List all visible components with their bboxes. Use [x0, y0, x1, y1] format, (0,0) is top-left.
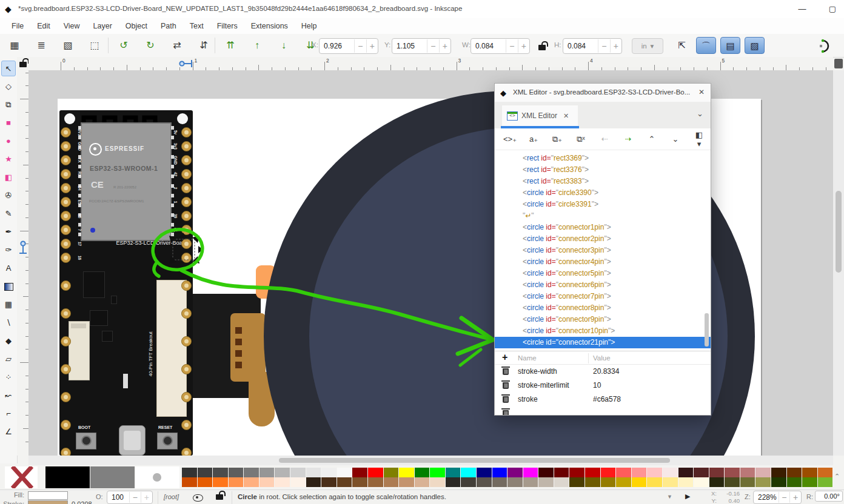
zoom-decrement[interactable]: −: [779, 492, 790, 503]
vertical-scrollbar-thumb[interactable]: [836, 191, 842, 273]
menu-item-layer[interactable]: Layer: [87, 19, 119, 33]
move-node-up-icon[interactable]: ⌃: [645, 134, 658, 144]
star-tool[interactable]: ★: [1, 151, 16, 167]
delete-attribute-icon[interactable]: [503, 410, 509, 416]
snap-toggle[interactable]: [817, 39, 832, 53]
palette-swatch[interactable]: [337, 477, 353, 487]
palette-swatch[interactable]: [337, 468, 353, 477]
palette-swatch[interactable]: [771, 468, 787, 477]
opacity-value[interactable]: 100: [107, 493, 129, 502]
indent-node-icon[interactable]: ⇢: [621, 134, 635, 144]
palette-swatch[interactable]: [709, 477, 725, 487]
palette-swatch[interactable]: [507, 468, 523, 477]
dropper-tool[interactable]: ∖: [1, 315, 16, 331]
add-attribute-button[interactable]: +: [502, 352, 507, 363]
palette-swatch[interactable]: [709, 468, 725, 477]
chevron-down-icon[interactable]: ▼: [667, 494, 672, 500]
horizontal-ruler[interactable]: 012345: [28, 57, 833, 71]
palette-swatch[interactable]: [507, 477, 523, 487]
y-decrement-button[interactable]: −: [427, 39, 438, 53]
palette-swatch[interactable]: [229, 468, 244, 477]
zoom-field[interactable]: 228% − +: [753, 491, 802, 504]
move-node-down-icon[interactable]: ⌄: [669, 134, 682, 144]
palette-swatch[interactable]: [430, 477, 446, 487]
horizontal-scrollbar[interactable]: [28, 456, 833, 465]
xml-node-row[interactable]: <circle id="connector6pin">: [495, 279, 711, 291]
scale-stroke-toggle[interactable]: ⇱: [672, 37, 692, 54]
lock-width-height-icon[interactable]: [538, 42, 546, 53]
select-all-layers-icon[interactable]: ≣: [32, 38, 51, 53]
rotate-cw-icon[interactable]: ↻: [141, 38, 160, 53]
lower-to-bottom-icon[interactable]: ⇊: [301, 38, 320, 53]
palette-swatch[interactable]: [430, 468, 446, 477]
panel-layout-icon[interactable]: ◧ ▾: [692, 130, 706, 148]
palette-swatch[interactable]: [616, 477, 632, 487]
menu-item-extensions[interactable]: Extensions: [244, 19, 295, 33]
xml-node-row[interactable]: <circle id="connector10pin">: [495, 325, 711, 337]
palette-swatch[interactable]: [755, 468, 771, 477]
x-increment-button[interactable]: +: [366, 39, 378, 53]
h-field-value[interactable]: 0.084: [563, 42, 598, 50]
palette-swatch[interactable]: [616, 468, 632, 477]
palette-swatch[interactable]: [647, 477, 663, 487]
h-field[interactable]: 0.084 − +: [563, 38, 622, 54]
raise-to-top-icon[interactable]: ⇈: [221, 38, 240, 53]
palette-swatch[interactable]: [198, 477, 213, 487]
delete-attribute-icon[interactable]: [503, 396, 509, 403]
palette-swatch[interactable]: [818, 468, 834, 477]
palette-swatch[interactable]: [182, 468, 198, 477]
scale-corners-toggle[interactable]: ⌒: [696, 37, 716, 54]
palette-swatch[interactable]: [275, 477, 290, 487]
xml-node-row[interactable]: <circle id="connector1pin">: [495, 222, 711, 233]
pen-tool[interactable]: ✒: [1, 224, 16, 240]
x-field[interactable]: 0.926 − +: [319, 38, 378, 54]
palette-swatch[interactable]: [260, 468, 275, 477]
rotation-value[interactable]: 0.00°: [815, 491, 843, 502]
palette-swatch[interactable]: [213, 468, 229, 477]
palette-swatch[interactable]: [694, 477, 709, 487]
attribute-row[interactable]: stroke#c6a578: [495, 393, 711, 406]
xml-node-row[interactable]: <rect id="rect3383">: [495, 176, 711, 187]
palette-swatch[interactable]: [725, 477, 740, 487]
palette-swatch[interactable]: [585, 477, 601, 487]
calligraphy-tool[interactable]: ✑: [1, 242, 16, 258]
palette-swatch[interactable]: [321, 477, 337, 487]
new-element-node-icon[interactable]: <>₊: [503, 134, 517, 144]
palette-swatch[interactable]: [818, 477, 834, 487]
xml-node-row[interactable]: <circle id="connector3pin">: [495, 245, 711, 256]
w-field[interactable]: 0.084 − +: [471, 38, 530, 54]
box-3d-tool[interactable]: ◧: [1, 170, 16, 185]
raise-icon[interactable]: ↑: [247, 38, 267, 53]
xml-node-row[interactable]: <rect id="rect3369">: [495, 153, 711, 164]
spray-tool[interactable]: ⁘: [1, 370, 16, 385]
tweak-tool[interactable]: ↜: [1, 388, 16, 403]
delete-attribute-icon[interactable]: [503, 382, 509, 389]
palette-swatch[interactable]: [755, 477, 771, 487]
h-decrement-button[interactable]: −: [598, 39, 609, 53]
xml-node-row[interactable]: <rect id="rect3376">: [495, 164, 711, 176]
w-increment-button[interactable]: +: [518, 39, 529, 53]
palette-swatch[interactable]: [290, 477, 306, 487]
flip-horizontal-icon[interactable]: ⇄: [167, 38, 187, 53]
rectangle-tool[interactable]: ■: [1, 115, 16, 131]
palette-swatch[interactable]: [663, 477, 678, 487]
w-field-value[interactable]: 0.084: [471, 42, 506, 50]
palette-swatch[interactable]: [802, 468, 818, 477]
spiral-tool[interactable]: ✇: [1, 188, 16, 204]
y-increment-button[interactable]: +: [439, 39, 450, 53]
move-gradients-toggle[interactable]: ▤: [720, 37, 740, 54]
mesh-tool[interactable]: ▦: [1, 297, 16, 313]
palette-swatch[interactable]: [647, 468, 663, 477]
delete-attribute-icon[interactable]: [503, 368, 509, 375]
selector-tool[interactable]: ↖: [1, 61, 16, 76]
measure-tool[interactable]: ∠: [1, 424, 16, 440]
palette-swatch[interactable]: [446, 477, 461, 487]
xml-node-row[interactable]: <circle id="circle3390">: [495, 187, 711, 199]
palette-swatch[interactable]: [523, 477, 539, 487]
xml-node-row[interactable]: <circle id="connector21pin">: [495, 337, 711, 348]
palette-swatch[interactable]: [399, 477, 415, 487]
palette-swatch[interactable]: [678, 477, 694, 487]
no-color-swatch[interactable]: [5, 466, 38, 488]
palette-swatch[interactable]: [415, 477, 430, 487]
xml-node-row[interactable]: <circle id="connector8pin">: [495, 302, 711, 314]
